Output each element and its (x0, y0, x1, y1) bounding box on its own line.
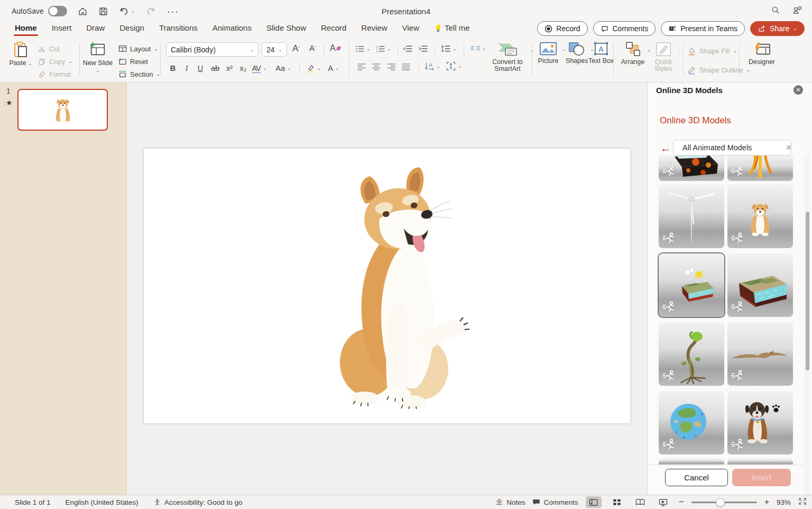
align-text-button[interactable]: ⌄ (446, 61, 462, 71)
tab-review[interactable]: Review (361, 22, 387, 35)
reading-view-button[interactable] (632, 496, 648, 508)
model-tile-bean-sprout[interactable] (659, 322, 724, 386)
panel-scrollbar-thumb[interactable] (806, 212, 809, 370)
align-center-button[interactable] (372, 62, 381, 70)
model-tile-lava-terrain-block[interactable] (659, 156, 724, 181)
convert-to-smartart-button[interactable]: Convert to SmartArt ⌄ (484, 41, 531, 72)
present-in-teams-button[interactable]: T Present in Teams (661, 21, 745, 36)
model-search-box[interactable]: ✕ (673, 140, 791, 156)
model-tile-wind-turbine[interactable] (659, 185, 724, 248)
back-arrow-icon[interactable]: ← (660, 142, 671, 154)
normal-view-button[interactable] (586, 496, 602, 508)
picture-button[interactable]: Picture ⌄ (533, 41, 564, 65)
share-button[interactable]: Share ⌄ (750, 21, 805, 36)
italic-button[interactable]: I (181, 61, 192, 75)
designer-button[interactable]: Designer (746, 41, 777, 66)
zoom-out-button[interactable]: − (679, 497, 684, 507)
model-tile-partial-bottom-left[interactable] (659, 459, 724, 465)
zoom-percentage[interactable]: 93% (777, 498, 791, 506)
notes-icon (495, 499, 503, 506)
increase-indent-button[interactable] (418, 44, 428, 53)
character-spacing-button[interactable]: AV⌄ (252, 61, 266, 75)
language-status[interactable]: English (United States) (66, 498, 139, 506)
arrange-button[interactable]: Arrange ⌄ (617, 41, 648, 66)
text-direction-button[interactable]: A ⌄ (425, 61, 441, 71)
home-icon[interactable] (78, 6, 88, 16)
cancel-button[interactable]: Cancel (665, 469, 728, 486)
search-input[interactable] (682, 143, 781, 152)
justify-button[interactable] (401, 62, 411, 70)
zoom-slider-thumb[interactable] (716, 498, 725, 507)
zoom-in-button[interactable]: + (764, 497, 769, 507)
model-tile-partial-bottom-right[interactable] (727, 459, 793, 465)
save-icon[interactable] (98, 6, 108, 16)
bullets-button[interactable]: ⌄ (355, 44, 371, 53)
model-tile-beach-terrain[interactable] (727, 253, 793, 317)
tab-slide-show[interactable]: Slide Show (266, 22, 306, 35)
record-button[interactable]: Record (537, 21, 587, 36)
more-commands-button[interactable]: ··· (167, 5, 179, 17)
fit-slide-to-window-button[interactable] (798, 497, 807, 507)
zoom-slider[interactable] (691, 502, 757, 503)
tab-tell-me[interactable]: 💡Tell me (434, 22, 470, 35)
notes-button[interactable]: Notes (495, 498, 525, 506)
tab-home[interactable]: Home (15, 22, 37, 35)
slide-show-button[interactable] (656, 496, 671, 508)
tab-draw[interactable]: Draw (86, 22, 105, 35)
font-color-button[interactable]: A⌄ (326, 61, 342, 75)
tab-view[interactable]: View (402, 22, 419, 35)
model-tile-lava-strands[interactable] (727, 156, 793, 181)
search-icon[interactable] (771, 5, 780, 17)
shrink-font-button[interactable]: Aˇ (309, 43, 316, 52)
shiba-inu-3d-model[interactable] (318, 166, 477, 409)
share-chevron[interactable]: ⌄ (793, 26, 797, 31)
panel-scrollbar[interactable] (805, 153, 810, 509)
tab-record[interactable]: Record (321, 22, 346, 35)
change-case-button[interactable]: Aa⌄ (275, 61, 291, 75)
bold-button[interactable]: B (168, 61, 178, 75)
slide-sorter-view-button[interactable] (609, 496, 625, 508)
autosave-switch[interactable] (48, 6, 67, 16)
undo-button[interactable]: ⌄ (119, 6, 135, 16)
text-box-button[interactable]: A Text Box (586, 41, 616, 65)
align-right-button[interactable] (386, 62, 396, 70)
tab-transitions[interactable]: Transitions (159, 22, 198, 35)
panel-close-icon[interactable]: ✕ (793, 85, 803, 95)
text-highlight-button[interactable]: ⌄ (306, 61, 321, 75)
model-tile-shiba-inu-dog[interactable] (727, 185, 793, 248)
grow-font-button[interactable]: Aˆ (292, 43, 300, 54)
model-tile-boxer-dog[interactable] (727, 391, 793, 455)
slide-thumbnail-1[interactable] (17, 89, 108, 131)
autosave-toggle[interactable]: AutoSave (12, 6, 67, 16)
comments-status-button[interactable]: Comments (532, 498, 578, 506)
align-left-button[interactable] (357, 62, 366, 70)
strikethrough-button[interactable]: ab (209, 61, 222, 75)
numbering-button[interactable]: 123 ⌄ (376, 44, 391, 53)
tab-animations[interactable]: Animations (213, 22, 252, 35)
model-tile-pterodactyl[interactable] (727, 322, 793, 386)
underline-button[interactable]: U (195, 61, 206, 75)
model-tile-earth-globe[interactable] (659, 391, 724, 455)
clear-formatting-button[interactable]: A (330, 43, 340, 53)
person-chat-icon[interactable] (792, 5, 802, 17)
model-tile-terrain-diorama-selected[interactable] (659, 253, 724, 317)
subscript-button[interactable]: x₂ (237, 61, 249, 75)
line-spacing-button[interactable]: ⌄ (441, 44, 457, 53)
section-button[interactable]: Section⌄ (118, 69, 160, 79)
accessibility-status[interactable]: Accessibility: Good to go (153, 498, 243, 506)
paste-button[interactable]: Paste ⌄ (5, 41, 36, 67)
slide-1-canvas[interactable] (144, 149, 630, 423)
tab-design[interactable]: Design (119, 22, 144, 35)
comments-button[interactable]: Comments (593, 21, 656, 36)
undo-chevron[interactable]: ⌄ (131, 8, 135, 14)
tab-insert[interactable]: Insert (52, 22, 72, 35)
clear-search-icon[interactable]: ✕ (786, 143, 792, 152)
reset-button[interactable]: Reset (118, 56, 148, 67)
decrease-indent-button[interactable] (403, 44, 413, 53)
new-slide-button[interactable]: New Slide ⌄ (80, 41, 115, 74)
superscript-button[interactable]: x² (224, 61, 235, 75)
layout-button[interactable]: Layout⌄ (118, 43, 158, 54)
columns-button[interactable]: ⌄ (470, 44, 486, 52)
font-size-select[interactable]: 24⌄ (262, 42, 287, 57)
font-name-select[interactable]: Calibri (Body)⌄ (166, 42, 259, 57)
